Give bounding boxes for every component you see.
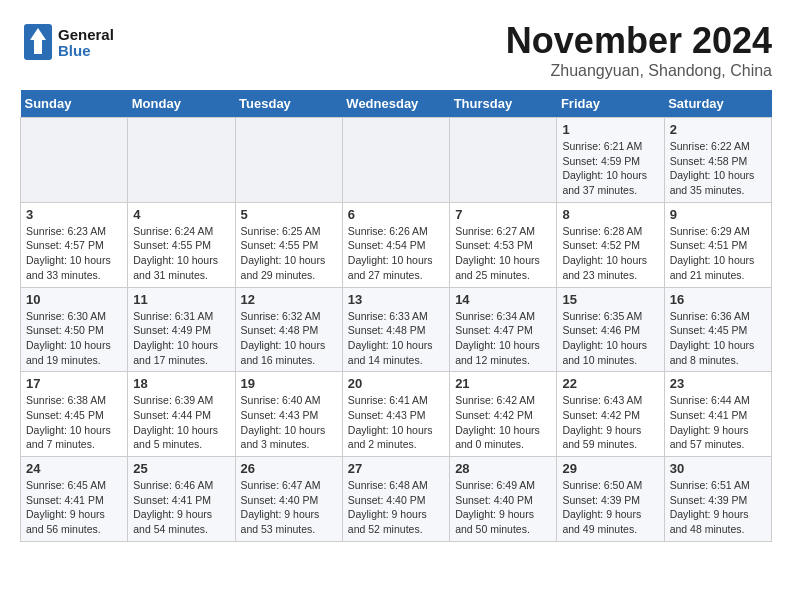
calendar-cell: 12Sunrise: 6:32 AM Sunset: 4:48 PM Dayli…: [235, 287, 342, 372]
day-number: 17: [26, 376, 122, 391]
calendar-cell: 3Sunrise: 6:23 AM Sunset: 4:57 PM Daylig…: [21, 202, 128, 287]
day-number: 25: [133, 461, 229, 476]
day-header-friday: Friday: [557, 90, 664, 118]
calendar-cell: 19Sunrise: 6:40 AM Sunset: 4:43 PM Dayli…: [235, 372, 342, 457]
calendar-cell: 17Sunrise: 6:38 AM Sunset: 4:45 PM Dayli…: [21, 372, 128, 457]
day-info: Sunrise: 6:29 AM Sunset: 4:51 PM Dayligh…: [670, 224, 766, 283]
day-info: Sunrise: 6:48 AM Sunset: 4:40 PM Dayligh…: [348, 478, 444, 537]
day-number: 22: [562, 376, 658, 391]
day-header-wednesday: Wednesday: [342, 90, 449, 118]
calendar-cell: 25Sunrise: 6:46 AM Sunset: 4:41 PM Dayli…: [128, 457, 235, 542]
day-number: 19: [241, 376, 337, 391]
calendar-table: SundayMondayTuesdayWednesdayThursdayFrid…: [20, 90, 772, 542]
calendar-cell: [342, 118, 449, 203]
calendar-cell: 24Sunrise: 6:45 AM Sunset: 4:41 PM Dayli…: [21, 457, 128, 542]
day-number: 20: [348, 376, 444, 391]
location-title: Zhuangyuan, Shandong, China: [506, 62, 772, 80]
day-number: 12: [241, 292, 337, 307]
day-info: Sunrise: 6:26 AM Sunset: 4:54 PM Dayligh…: [348, 224, 444, 283]
svg-text:Blue: Blue: [58, 42, 91, 59]
calendar-cell: 9Sunrise: 6:29 AM Sunset: 4:51 PM Daylig…: [664, 202, 771, 287]
calendar-cell: 15Sunrise: 6:35 AM Sunset: 4:46 PM Dayli…: [557, 287, 664, 372]
day-number: 30: [670, 461, 766, 476]
day-number: 6: [348, 207, 444, 222]
calendar-cell: 28Sunrise: 6:49 AM Sunset: 4:40 PM Dayli…: [450, 457, 557, 542]
day-number: 10: [26, 292, 122, 307]
calendar-cell: 18Sunrise: 6:39 AM Sunset: 4:44 PM Dayli…: [128, 372, 235, 457]
calendar-cell: [450, 118, 557, 203]
day-info: Sunrise: 6:49 AM Sunset: 4:40 PM Dayligh…: [455, 478, 551, 537]
calendar-cell: 6Sunrise: 6:26 AM Sunset: 4:54 PM Daylig…: [342, 202, 449, 287]
day-header-saturday: Saturday: [664, 90, 771, 118]
calendar-cell: [128, 118, 235, 203]
day-info: Sunrise: 6:40 AM Sunset: 4:43 PM Dayligh…: [241, 393, 337, 452]
calendar-cell: 27Sunrise: 6:48 AM Sunset: 4:40 PM Dayli…: [342, 457, 449, 542]
header-row: SundayMondayTuesdayWednesdayThursdayFrid…: [21, 90, 772, 118]
calendar-cell: 7Sunrise: 6:27 AM Sunset: 4:53 PM Daylig…: [450, 202, 557, 287]
calendar-cell: [235, 118, 342, 203]
day-number: 24: [26, 461, 122, 476]
day-info: Sunrise: 6:51 AM Sunset: 4:39 PM Dayligh…: [670, 478, 766, 537]
day-number: 14: [455, 292, 551, 307]
calendar-cell: 1Sunrise: 6:21 AM Sunset: 4:59 PM Daylig…: [557, 118, 664, 203]
day-number: 27: [348, 461, 444, 476]
day-header-monday: Monday: [128, 90, 235, 118]
day-info: Sunrise: 6:50 AM Sunset: 4:39 PM Dayligh…: [562, 478, 658, 537]
day-info: Sunrise: 6:32 AM Sunset: 4:48 PM Dayligh…: [241, 309, 337, 368]
svg-text:General: General: [58, 26, 114, 43]
month-title: November 2024: [506, 20, 772, 62]
day-info: Sunrise: 6:28 AM Sunset: 4:52 PM Dayligh…: [562, 224, 658, 283]
day-header-tuesday: Tuesday: [235, 90, 342, 118]
day-info: Sunrise: 6:42 AM Sunset: 4:42 PM Dayligh…: [455, 393, 551, 452]
day-number: 29: [562, 461, 658, 476]
day-number: 3: [26, 207, 122, 222]
logo: General Blue: [20, 20, 130, 65]
day-number: 15: [562, 292, 658, 307]
day-number: 16: [670, 292, 766, 307]
day-info: Sunrise: 6:27 AM Sunset: 4:53 PM Dayligh…: [455, 224, 551, 283]
title-area: November 2024 Zhuangyuan, Shandong, Chin…: [506, 20, 772, 80]
logo-svg: General Blue: [20, 20, 130, 65]
day-number: 2: [670, 122, 766, 137]
calendar-cell: [21, 118, 128, 203]
day-info: Sunrise: 6:22 AM Sunset: 4:58 PM Dayligh…: [670, 139, 766, 198]
day-info: Sunrise: 6:24 AM Sunset: 4:55 PM Dayligh…: [133, 224, 229, 283]
week-row-0: 1Sunrise: 6:21 AM Sunset: 4:59 PM Daylig…: [21, 118, 772, 203]
day-number: 28: [455, 461, 551, 476]
calendar-cell: 21Sunrise: 6:42 AM Sunset: 4:42 PM Dayli…: [450, 372, 557, 457]
calendar-cell: 10Sunrise: 6:30 AM Sunset: 4:50 PM Dayli…: [21, 287, 128, 372]
day-info: Sunrise: 6:23 AM Sunset: 4:57 PM Dayligh…: [26, 224, 122, 283]
day-info: Sunrise: 6:44 AM Sunset: 4:41 PM Dayligh…: [670, 393, 766, 452]
day-number: 21: [455, 376, 551, 391]
page-header: General Blue November 2024 Zhuangyuan, S…: [20, 20, 772, 80]
calendar-cell: 4Sunrise: 6:24 AM Sunset: 4:55 PM Daylig…: [128, 202, 235, 287]
day-info: Sunrise: 6:38 AM Sunset: 4:45 PM Dayligh…: [26, 393, 122, 452]
day-number: 23: [670, 376, 766, 391]
week-row-3: 17Sunrise: 6:38 AM Sunset: 4:45 PM Dayli…: [21, 372, 772, 457]
day-info: Sunrise: 6:43 AM Sunset: 4:42 PM Dayligh…: [562, 393, 658, 452]
day-number: 5: [241, 207, 337, 222]
day-header-sunday: Sunday: [21, 90, 128, 118]
calendar-cell: 23Sunrise: 6:44 AM Sunset: 4:41 PM Dayli…: [664, 372, 771, 457]
calendar-cell: 30Sunrise: 6:51 AM Sunset: 4:39 PM Dayli…: [664, 457, 771, 542]
day-info: Sunrise: 6:25 AM Sunset: 4:55 PM Dayligh…: [241, 224, 337, 283]
day-number: 7: [455, 207, 551, 222]
day-number: 9: [670, 207, 766, 222]
day-info: Sunrise: 6:31 AM Sunset: 4:49 PM Dayligh…: [133, 309, 229, 368]
calendar-cell: 13Sunrise: 6:33 AM Sunset: 4:48 PM Dayli…: [342, 287, 449, 372]
day-number: 13: [348, 292, 444, 307]
day-info: Sunrise: 6:39 AM Sunset: 4:44 PM Dayligh…: [133, 393, 229, 452]
day-number: 4: [133, 207, 229, 222]
day-info: Sunrise: 6:47 AM Sunset: 4:40 PM Dayligh…: [241, 478, 337, 537]
day-number: 1: [562, 122, 658, 137]
calendar-cell: 26Sunrise: 6:47 AM Sunset: 4:40 PM Dayli…: [235, 457, 342, 542]
day-info: Sunrise: 6:36 AM Sunset: 4:45 PM Dayligh…: [670, 309, 766, 368]
calendar-cell: 16Sunrise: 6:36 AM Sunset: 4:45 PM Dayli…: [664, 287, 771, 372]
calendar-cell: 5Sunrise: 6:25 AM Sunset: 4:55 PM Daylig…: [235, 202, 342, 287]
calendar-cell: 29Sunrise: 6:50 AM Sunset: 4:39 PM Dayli…: [557, 457, 664, 542]
day-info: Sunrise: 6:21 AM Sunset: 4:59 PM Dayligh…: [562, 139, 658, 198]
calendar-cell: 2Sunrise: 6:22 AM Sunset: 4:58 PM Daylig…: [664, 118, 771, 203]
day-info: Sunrise: 6:34 AM Sunset: 4:47 PM Dayligh…: [455, 309, 551, 368]
day-number: 26: [241, 461, 337, 476]
calendar-cell: 20Sunrise: 6:41 AM Sunset: 4:43 PM Dayli…: [342, 372, 449, 457]
